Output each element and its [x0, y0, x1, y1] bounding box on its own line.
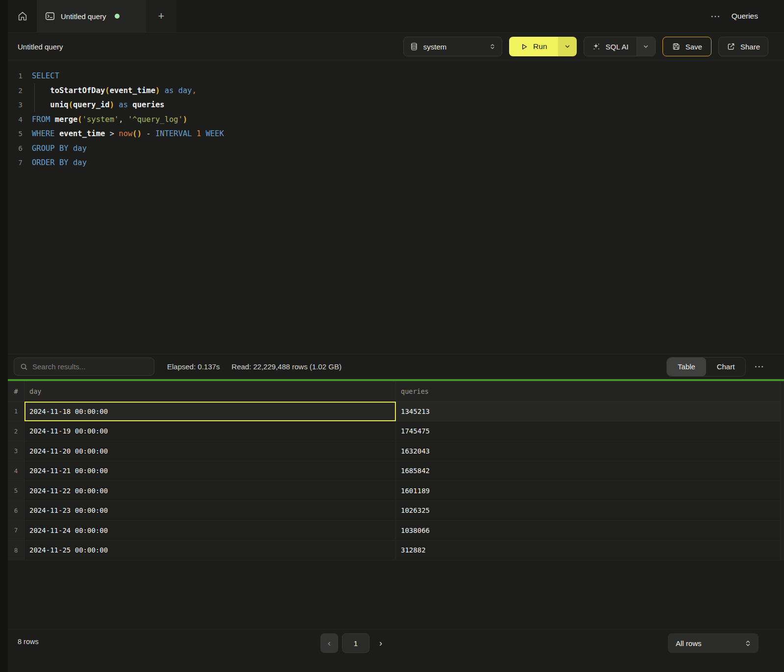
table-row: 62024-11-23 00:00:001026325 [8, 501, 780, 521]
search-results-box[interactable] [14, 358, 154, 376]
code-text: WHERE event_time > now() - INTERVAL 1 WE… [23, 127, 224, 142]
row-number[interactable]: 7 [8, 521, 24, 540]
more-menu-icon[interactable]: ··· [711, 12, 721, 21]
view-toggle: Table Chart [666, 357, 746, 377]
code-line[interactable]: 4FROM merge('system', '^query_log') [8, 113, 784, 127]
table-cell-day[interactable]: 2024-11-24 00:00:00 [24, 521, 396, 540]
share-label: Share [740, 43, 760, 51]
line-number: 3 [8, 98, 23, 113]
table-header: # day queries [8, 381, 780, 402]
terminal-icon [45, 11, 55, 22]
line-number: 4 [8, 113, 23, 127]
play-icon [520, 43, 528, 51]
updown-chevron-icon [489, 43, 496, 50]
table-body: 12024-11-18 00:00:00134521322024-11-19 0… [8, 402, 780, 560]
row-number[interactable]: 3 [8, 441, 24, 461]
table-cell-day[interactable]: 2024-11-23 00:00:00 [24, 501, 396, 521]
previous-page-button[interactable]: ‹ [320, 633, 338, 653]
table-row: 12024-11-18 00:00:001345213 [8, 402, 780, 422]
queries-link[interactable]: Queries [732, 12, 758, 21]
query-title: Untitled query [18, 43, 63, 51]
table-cell-queries[interactable]: 1038066 [396, 521, 780, 540]
row-number[interactable]: 5 [8, 481, 24, 501]
table-cell-queries[interactable]: 1745475 [396, 422, 780, 441]
code-line[interactable]: 6GROUP BY day [8, 142, 784, 156]
tab-label: Untitled query [61, 12, 106, 21]
run-options-button[interactable] [558, 37, 577, 56]
table-row: 22024-11-19 00:00:001745475 [8, 422, 780, 442]
results-footer: 8 rows ‹ 1 › All rows [8, 629, 784, 672]
save-label: Save [686, 43, 702, 51]
code-line[interactable]: 3 uniq(query_id) as queries [8, 98, 784, 113]
sql-editor[interactable]: 1SELECT2 toStartOfDay(event_time) as day… [8, 61, 784, 354]
sql-ai-options-button[interactable] [637, 37, 655, 56]
table-cell-queries[interactable]: 312882 [396, 541, 780, 560]
search-results-input[interactable] [32, 362, 148, 371]
new-tab-button[interactable]: + [146, 0, 176, 32]
home-button[interactable] [8, 0, 37, 32]
database-value: system [423, 43, 447, 51]
results-toolbar: Elapsed: 0.137s Read: 22,229,488 rows (1… [8, 354, 784, 379]
tab-table-view[interactable]: Table [667, 358, 706, 376]
table-cell-day[interactable]: 2024-11-25 00:00:00 [24, 541, 396, 560]
tab-chart-view[interactable]: Chart [706, 358, 745, 376]
row-number[interactable]: 8 [8, 541, 24, 560]
tab-untitled-query[interactable]: Untitled query [37, 0, 146, 32]
table-cell-queries[interactable]: 1632043 [396, 441, 780, 461]
sql-ai-button-group: SQL AI [584, 37, 656, 56]
table-cell-queries[interactable]: 1345213 [396, 402, 780, 421]
table-cell-day[interactable]: 2024-11-20 00:00:00 [24, 441, 396, 461]
search-icon [20, 363, 28, 371]
unsaved-status-dot [115, 14, 120, 19]
table-cell-queries[interactable]: 1026325 [396, 501, 780, 521]
code-line[interactable]: 1SELECT [8, 69, 784, 84]
table-cell-day[interactable]: 2024-11-18 00:00:00 [24, 402, 396, 421]
column-header-queries[interactable]: queries [396, 381, 780, 401]
table-row: 32024-11-20 00:00:001632043 [8, 441, 780, 461]
line-number: 7 [8, 156, 23, 170]
row-number[interactable]: 6 [8, 501, 24, 521]
table-cell-queries[interactable]: 1601189 [396, 481, 780, 501]
save-button[interactable]: Save [662, 37, 711, 56]
current-page-button[interactable]: 1 [342, 633, 369, 653]
table-cell-day[interactable]: 2024-11-19 00:00:00 [24, 422, 396, 441]
database-icon [410, 42, 418, 51]
row-number[interactable]: 1 [8, 402, 24, 421]
page-size-value: All rows [676, 639, 702, 648]
code-line[interactable]: 7ORDER BY day [8, 156, 784, 170]
column-header-day[interactable]: day [24, 381, 396, 401]
sql-ai-label: SQL AI [606, 43, 629, 51]
sql-ai-button[interactable]: SQL AI [584, 37, 637, 56]
table-row: 82024-11-25 00:00:00312882 [8, 541, 780, 561]
column-header-index[interactable]: # [8, 381, 24, 401]
home-icon [17, 11, 28, 22]
run-label: Run [533, 42, 547, 51]
table-row: 72024-11-24 00:00:001038066 [8, 521, 780, 541]
window-edge [0, 0, 8, 672]
code-line[interactable]: 2 toStartOfDay(event_time) as day, [8, 84, 784, 98]
results-more-menu-icon[interactable]: ··· [755, 362, 764, 371]
save-icon [672, 42, 681, 51]
updown-chevron-icon [744, 640, 752, 647]
code-line[interactable]: 5WHERE event_time > now() - INTERVAL 1 W… [8, 127, 784, 142]
table-row: 52024-11-22 00:00:001601189 [8, 481, 780, 501]
line-number: 1 [8, 69, 23, 84]
run-button[interactable]: Run [509, 37, 558, 56]
code-lines: 1SELECT2 toStartOfDay(event_time) as day… [8, 69, 784, 170]
next-page-button[interactable]: › [373, 633, 388, 653]
code-text: SELECT [23, 69, 59, 84]
code-text: toStartOfDay(event_time) as day, [23, 84, 196, 98]
line-number: 2 [8, 84, 23, 98]
share-icon [727, 42, 735, 51]
chevron-down-icon [642, 43, 649, 50]
table-cell-day[interactable]: 2024-11-22 00:00:00 [24, 481, 396, 501]
page-size-selector[interactable]: All rows [668, 633, 759, 653]
share-button[interactable]: Share [718, 37, 768, 56]
elapsed-stat: Elapsed: 0.137s [167, 362, 220, 371]
database-selector[interactable]: system [403, 37, 502, 56]
row-number[interactable]: 2 [8, 422, 24, 441]
code-text: ORDER BY day [23, 156, 87, 170]
table-cell-queries[interactable]: 1685842 [396, 461, 780, 481]
table-cell-day[interactable]: 2024-11-21 00:00:00 [24, 461, 396, 481]
row-number[interactable]: 4 [8, 461, 24, 481]
